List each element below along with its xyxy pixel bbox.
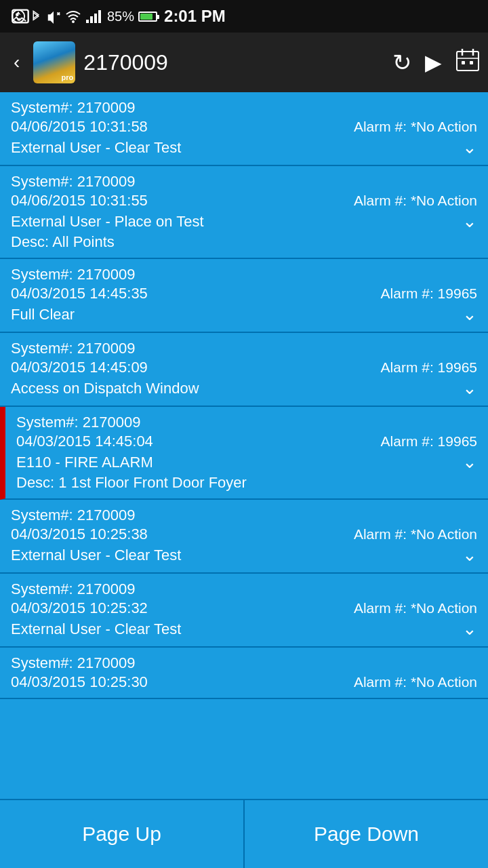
expand-chevron-icon[interactable]: ⌄: [462, 304, 477, 325]
mute-icon: [46, 9, 61, 24]
svg-point-7: [72, 20, 75, 23]
alarm-description: External User - Place on Test: [11, 213, 204, 231]
expand-chevron-icon[interactable]: ⌄: [462, 378, 477, 399]
calendar-button[interactable]: [455, 47, 480, 77]
status-right-icons: 85% 2:01 PM: [11, 7, 226, 26]
status-bar: 85% 2:01 PM: [0, 0, 488, 33]
page-navigation: Page Up Page Down: [0, 799, 488, 868]
alarm-description: E110 - FIRE ALARM: [16, 454, 153, 471]
alarm-datetime: 04/03/2015 10:25:32: [11, 599, 148, 617]
calendar-icon: [455, 47, 480, 72]
alarm-description: External User - Clear Test: [11, 620, 181, 638]
expand-chevron-icon[interactable]: ⌄: [462, 137, 477, 158]
alarm-system: System#: 2170009: [11, 99, 135, 117]
image-icon: [11, 7, 30, 26]
battery-percent: 85%: [107, 9, 134, 24]
alarm-system: System#: 2170009: [11, 266, 135, 283]
battery-icon: [138, 12, 157, 22]
alarm-datetime: 04/03/2015 10:25:38: [11, 526, 148, 543]
alarm-description: Access on Dispatch Window: [11, 380, 199, 397]
play-button[interactable]: ▶: [425, 50, 442, 75]
alarm-item-5[interactable]: System#: 2170009 04/03/2015 14:45:04 Ala…: [0, 407, 488, 500]
alarm-number: Alarm #: *No Action: [354, 600, 477, 616]
alarm-datetime: 04/06/2015 10:31:55: [11, 192, 148, 210]
alarm-description: Full Clear: [11, 306, 75, 323]
alarm-description: External User - Clear Test: [11, 547, 181, 564]
alarm-system: System#: 2170009: [11, 580, 135, 598]
svg-rect-12: [457, 52, 479, 71]
signal-icon: [85, 9, 103, 24]
toolbar: ‹ pro 2170009 ↻ ▶: [0, 33, 488, 92]
svg-rect-16: [462, 61, 465, 64]
alarm-item-3[interactable]: System#: 2170009 04/03/2015 14:45:35 Ala…: [0, 259, 488, 333]
alarm-number: Alarm #: 19965: [381, 285, 477, 302]
alarm-system: System#: 2170009: [11, 340, 135, 357]
expand-chevron-icon[interactable]: ⌄: [462, 545, 477, 566]
app-logo: pro: [33, 41, 75, 83]
svg-rect-11: [98, 10, 101, 23]
svg-rect-17: [470, 61, 473, 64]
alarm-datetime: 04/06/2015 10:31:58: [11, 118, 148, 136]
svg-point-1: [16, 13, 19, 16]
alarm-description: External User - Clear Test: [11, 139, 181, 157]
svg-rect-10: [94, 14, 97, 23]
alarm-datetime: 04/03/2015 14:45:04: [16, 433, 153, 450]
refresh-button[interactable]: ↻: [392, 49, 411, 76]
back-button[interactable]: ‹: [8, 46, 25, 79]
alarm-datetime: 04/03/2015 14:45:09: [11, 359, 148, 376]
alarm-number: Alarm #: *No Action: [354, 119, 477, 135]
alarm-desc2: Desc: 1 1st Floor Front Door Foyer: [16, 474, 247, 491]
status-time: 2:01 PM: [164, 7, 226, 26]
alarm-number: Alarm #: *No Action: [354, 674, 477, 690]
alarm-desc2: Desc: All Points: [11, 233, 115, 250]
svg-rect-8: [86, 20, 89, 23]
alarm-item-8[interactable]: System#: 2170009 04/03/2015 10:25:30 Ala…: [0, 648, 488, 699]
alarm-item-2[interactable]: System#: 2170009 04/06/2015 10:31:55 Ala…: [0, 166, 488, 259]
page-down-button[interactable]: Page Down: [245, 800, 488, 868]
expand-chevron-icon[interactable]: ⌄: [462, 452, 477, 473]
alarm-item-1[interactable]: System#: 2170009 04/06/2015 10:31:58 Ala…: [0, 92, 488, 166]
alarm-item-4[interactable]: System#: 2170009 04/03/2015 14:45:09 Ala…: [0, 333, 488, 407]
wifi-icon: [65, 9, 81, 24]
toolbar-actions: ↻ ▶: [392, 47, 480, 77]
alarm-datetime: 04/03/2015 14:45:35: [11, 285, 148, 302]
page-up-button[interactable]: Page Up: [0, 800, 245, 868]
expand-chevron-icon[interactable]: ⌄: [462, 211, 477, 232]
expand-chevron-icon[interactable]: ⌄: [462, 618, 477, 639]
alarm-system: System#: 2170009: [16, 414, 140, 431]
alarm-number: Alarm #: *No Action: [354, 526, 477, 542]
bluetooth-icon: [30, 9, 42, 24]
alarm-list: System#: 2170009 04/06/2015 10:31:58 Ala…: [0, 92, 488, 799]
svg-rect-9: [90, 16, 93, 23]
alarm-datetime: 04/03/2015 10:25:30: [11, 673, 148, 691]
alarm-item-6[interactable]: System#: 2170009 04/03/2015 10:25:38 Ala…: [0, 500, 488, 574]
alarm-number: Alarm #: 19965: [381, 359, 477, 376]
alarm-system: System#: 2170009: [11, 507, 135, 524]
alarm-number: Alarm #: 19965: [381, 433, 477, 450]
toolbar-title: 2170009: [83, 50, 384, 75]
alarm-number: Alarm #: *No Action: [354, 193, 477, 209]
alarm-system: System#: 2170009: [11, 173, 135, 191]
alarm-system: System#: 2170009: [11, 654, 135, 672]
status-left-icons: [11, 7, 30, 26]
alarm-item-7[interactable]: System#: 2170009 04/03/2015 10:25:32 Ala…: [0, 574, 488, 648]
